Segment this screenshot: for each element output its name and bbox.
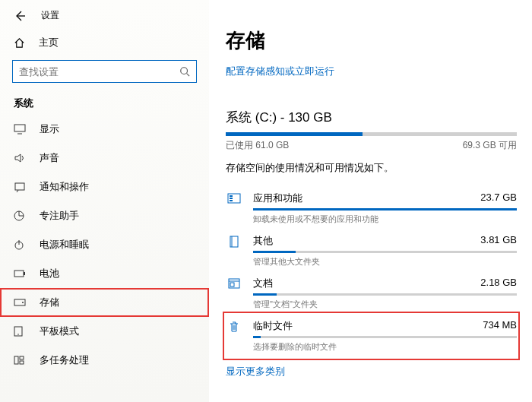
sidebar-item-multitask[interactable]: 多任务处理	[0, 346, 209, 375]
category-other[interactable]: 其他3.81 GB管理其他大文件夹	[226, 229, 517, 272]
folder-icon	[226, 234, 242, 267]
nav-label: 专注助手	[40, 209, 79, 223]
home-icon	[14, 37, 25, 49]
nav-label: 电池	[40, 267, 59, 280]
svg-point-11	[22, 302, 24, 303]
sidebar-item-sound[interactable]: 声音	[0, 144, 209, 173]
category-name: 临时文件	[253, 319, 293, 333]
category-size: 2.18 GB	[480, 277, 517, 290]
sidebar-item-battery[interactable]: 电池	[0, 259, 209, 288]
back-button[interactable]	[14, 10, 26, 22]
category-name: 文档	[253, 277, 273, 290]
nav-label: 平板模式	[40, 324, 79, 338]
category-bar	[253, 336, 517, 338]
focus-icon	[14, 210, 26, 221]
notifications-icon	[14, 182, 26, 192]
svg-point-13	[17, 334, 19, 335]
category-body: 文档2.18 GB管理"文档"文件夹	[253, 277, 517, 310]
svg-rect-18	[230, 195, 233, 197]
svg-line-2	[187, 74, 190, 77]
storage-icon	[14, 299, 26, 306]
svg-rect-8	[14, 271, 24, 277]
sidebar-section-label: 系统	[0, 97, 209, 115]
category-name: 其他	[253, 234, 273, 248]
svg-rect-9	[24, 272, 25, 275]
nav-label: 显示	[40, 122, 59, 136]
sidebar-item-power[interactable]: 电源和睡眠	[0, 230, 209, 259]
svg-rect-3	[14, 125, 25, 131]
search-icon	[179, 66, 190, 77]
sidebar-item-focus[interactable]: 专注助手	[0, 201, 209, 230]
sidebar-item-tablet[interactable]: 平板模式	[0, 317, 209, 346]
svg-rect-14	[14, 356, 18, 364]
category-name: 应用和功能	[253, 192, 302, 205]
category-apps[interactable]: 应用和功能23.7 GB卸载未使用或不想要的应用和功能	[226, 187, 517, 229]
home-label: 主页	[39, 36, 59, 49]
sidebar-item-display[interactable]: 显示	[0, 115, 209, 144]
free-label: 69.3 GB 可用	[463, 139, 517, 152]
show-more-link[interactable]: 显示更多类别	[226, 365, 517, 378]
category-bar	[253, 208, 517, 210]
svg-rect-19	[230, 198, 233, 199]
documents-icon	[226, 277, 242, 310]
sidebar-item-storage[interactable]: 存储	[0, 288, 209, 317]
apps-icon	[226, 192, 242, 225]
sound-icon	[14, 153, 26, 163]
nav-label: 多任务处理	[40, 353, 89, 367]
category-size: 23.7 GB	[480, 192, 517, 205]
drive-progress-fill	[226, 132, 363, 136]
power-icon	[14, 239, 26, 250]
svg-point-1	[181, 68, 188, 74]
category-body: 应用和功能23.7 GB卸载未使用或不想要的应用和功能	[253, 192, 517, 225]
drive-progress	[226, 132, 517, 136]
svg-rect-16	[20, 361, 24, 364]
category-sub: 卸载未使用或不想要的应用和功能	[253, 214, 517, 225]
category-temp[interactable]: 临时文件734 MB选择要删除的临时文件	[226, 315, 517, 357]
category-size: 3.81 GB	[480, 234, 517, 248]
category-documents[interactable]: 文档2.18 GB管理"文档"文件夹	[226, 272, 517, 315]
page-title: 存储	[226, 27, 517, 54]
drive-title: 系统 (C:) - 130 GB	[226, 109, 517, 126]
drive-labels: 已使用 61.0 GB 69.3 GB 可用	[226, 139, 517, 152]
category-bar	[253, 251, 517, 253]
category-body: 临时文件734 MB选择要删除的临时文件	[253, 319, 517, 353]
category-sub: 管理"文档"文件夹	[253, 299, 517, 310]
category-body: 其他3.81 GB管理其他大文件夹	[253, 234, 517, 267]
usage-description: 存储空间的使用情况和可用情况如下。	[226, 161, 517, 175]
svg-rect-5	[15, 183, 24, 190]
nav-label: 存储	[40, 296, 59, 309]
search-input-wrap[interactable]	[12, 60, 197, 83]
search-input[interactable]	[19, 66, 179, 78]
main-panel: 存储 配置存储感知或立即运行 系统 (C:) - 130 GB 已使用 61.0…	[209, 0, 532, 402]
arrow-left-icon	[14, 10, 26, 22]
sidebar-item-notifications[interactable]: 通知和操作	[0, 173, 209, 201]
nav-label: 电源和睡眠	[40, 238, 89, 252]
settings-sidebar: 设置 主页 系统 显示 声音 通知和操作 专注助手 电源和睡眠 电池	[0, 0, 209, 402]
title-bar: 设置	[0, 9, 209, 30]
display-icon	[14, 124, 26, 135]
category-size: 734 MB	[483, 319, 517, 333]
svg-rect-20	[230, 200, 233, 201]
trash-icon	[226, 319, 242, 353]
used-label: 已使用 61.0 GB	[226, 139, 289, 152]
svg-rect-15	[20, 356, 24, 359]
tablet-icon	[14, 326, 26, 337]
svg-rect-24	[230, 283, 234, 286]
category-sub: 选择要删除的临时文件	[253, 341, 517, 353]
category-sub: 管理其他大文件夹	[253, 256, 517, 267]
nav-label: 通知和操作	[40, 180, 89, 194]
battery-icon	[14, 270, 26, 277]
multitask-icon	[14, 356, 26, 365]
storage-sense-link[interactable]: 配置存储感知或立即运行	[226, 65, 517, 78]
nav-label: 声音	[40, 151, 59, 165]
sidebar-item-home[interactable]: 主页	[0, 30, 209, 55]
settings-title: 设置	[41, 9, 59, 22]
category-list: 应用和功能23.7 GB卸载未使用或不想要的应用和功能其他3.81 GB管理其他…	[226, 187, 517, 357]
category-bar	[253, 293, 517, 296]
